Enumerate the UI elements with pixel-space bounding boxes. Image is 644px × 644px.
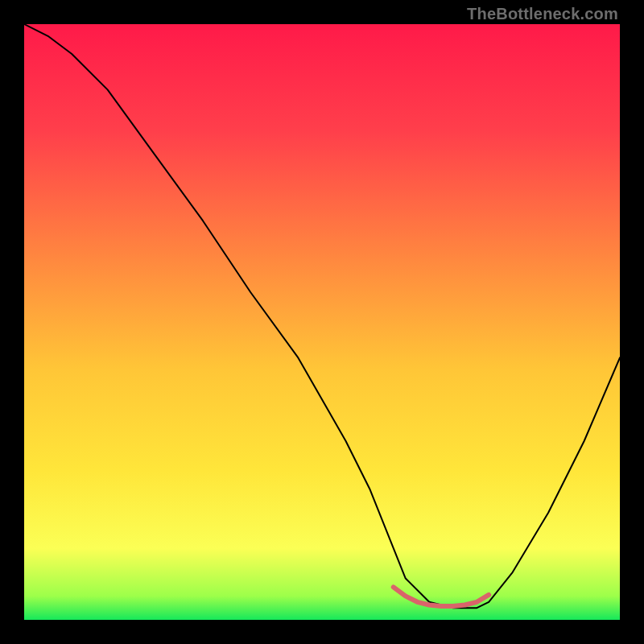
chart-svg <box>24 24 620 620</box>
watermark-text: TheBottleneck.com <box>467 5 618 23</box>
chart-frame <box>24 24 620 620</box>
chart-background <box>24 24 620 620</box>
